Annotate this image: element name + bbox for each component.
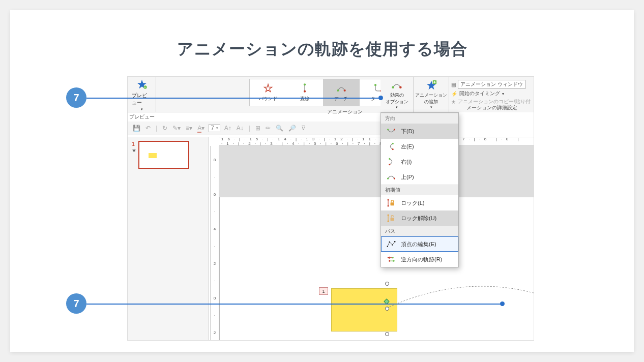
svg-point-30 [388,215,389,216]
preview-label: プレビュー [132,92,152,106]
svg-point-27 [388,199,389,201]
chevron-down-icon: ▾ [430,105,432,109]
dropdown-item-edit-points[interactable]: 頂点の編集(E) [381,236,458,252]
arch-path-icon [336,83,346,94]
undo-icon[interactable]: ↶ [144,124,152,133]
svg-point-23 [389,158,390,160]
reverse-path-icon [386,255,397,264]
font-size-chevron-icon[interactable]: ▾ [216,126,218,130]
quick-access-toolbar: 💾 ↶ | ↻ ✎▾ ≡▾ A▾ 7 ▾ A↑ A↓ | ⊞ ✏ 🔍 🔎 ⊽ [128,122,380,135]
svg-point-8 [343,89,345,92]
thumb-preview [138,141,189,169]
dropdown-label: ロック解除(U) [401,215,436,222]
dropdown-item-left[interactable]: 左(E) [381,139,458,154]
screenshot-container: プレビュー ▾ プレビュー バウンド 直線 [127,76,534,341]
callout-line-top [86,98,380,99]
font-size-value[interactable]: 7 [211,125,214,132]
dropdown-label: 上(P) [401,173,414,181]
effect-options-dropdown: 方向 下(D) 左(E) 右(I) 上(P) 初期値 ロック(L) [380,112,459,267]
zoom-icon[interactable]: 🔎 [287,124,297,133]
redo-icon[interactable]: ↻ [161,124,168,133]
anim-item-arch[interactable]: アーチ [323,79,360,106]
svg-rect-33 [387,246,388,247]
add-animation-label: アニメーション の追加 [415,92,447,105]
dropdown-section-path: パス [381,226,458,236]
svg-point-24 [389,164,390,165]
animation-extras: ▤ アニメーション ウィンドウ ⚡ 開始のタイミング ▾ ★ アニメーションのコ… [449,77,534,112]
svg-rect-34 [389,242,390,243]
anim-item-label: 直線 [300,96,309,102]
anim-item-bounce[interactable]: バウンド [250,79,286,106]
zoom-fit-icon[interactable]: 🔍 [275,124,284,133]
add-animation-button[interactable]: アニメーション の追加 ▾ [414,77,449,112]
vertical-ruler: 8 · 6 · 4 · 2 · 0 · 2 [210,146,219,341]
chevron-down-icon: ▾ [396,105,398,109]
chevron-down-icon: ▾ [502,92,504,96]
callout-line-bottom [86,304,502,305]
dropdown-label: 右(I) [401,158,412,166]
arch-up-icon [386,172,397,182]
trigger-button[interactable]: ⚡ 開始のタイミング ▾ [451,90,533,97]
dropdown-item-right[interactable]: 右(I) [381,154,458,169]
star-preview-icon [136,79,148,91]
page-title: アニメーションの軌跡を使用する場合 [10,10,634,61]
selection-handle[interactable] [385,332,389,336]
animation-tag[interactable]: 1 [319,287,328,295]
arch-down-icon [386,127,397,136]
callout-badge-bottom: 7 [66,293,86,314]
svg-point-38 [392,257,394,258]
dropdown-label: 頂点の編集(E) [401,240,436,248]
ruler-tick: 4 [214,227,216,231]
dropdown-item-lock[interactable]: ロック(L) [381,195,458,210]
svg-point-40 [389,260,390,262]
dropdown-item-unlock[interactable]: ロック解除(U) [381,210,458,226]
dropdown-label: 下(D) [401,128,414,135]
bullets-icon[interactable]: ≡▾ [185,124,193,133]
format-painter-icon[interactable]: ✎▾ [171,124,182,133]
decrease-font-icon[interactable]: A↓ [236,124,245,133]
lock-icon [386,198,397,207]
dropdown-item-reverse[interactable]: 逆方向の軌跡(R) [381,252,458,267]
unlock-icon [386,214,397,223]
svg-marker-39 [393,260,395,262]
svg-point-14 [399,86,402,88]
line-path-icon [300,83,310,94]
callout-dot-top [378,96,383,100]
increase-font-icon[interactable]: A↑ [223,124,232,133]
svg-marker-37 [388,256,390,259]
slide-thumbnail[interactable]: 1 ★ [132,141,204,169]
dropdown-section-direction: 方向 [381,113,458,124]
chevron-down-icon: ▾ [141,107,143,111]
font-color-icon[interactable]: A▾ [196,124,206,133]
preview-button[interactable]: プレビュー ▾ [129,78,155,112]
svg-point-25 [387,178,389,179]
edit-shape-icon[interactable]: ✏ [265,124,272,133]
edit-points-icon [386,239,397,249]
ruler-tick: 2 [214,330,216,335]
svg-rect-35 [392,244,393,245]
animation-pane-button[interactable]: ▤ アニメーション ウィンドウ [451,80,533,89]
horizontal-ruler: 16·|·15·|·14·|·13·|·12·|·11·|·10·|·9·|·8… [219,137,534,146]
svg-marker-3 [264,84,272,92]
preview-group-label: プレビュー [129,112,155,122]
dropdown-item-up[interactable]: 上(P) [381,169,458,185]
overflow-icon[interactable]: ⊽ [300,124,307,133]
bounce-star-icon [263,83,273,94]
svg-point-26 [394,178,395,179]
svg-point-9 [374,84,376,86]
trigger-icon: ⚡ [451,91,457,97]
dropdown-item-down[interactable]: 下(D) [381,124,458,139]
group-icon[interactable]: ⊞ [254,124,261,133]
slide-canvas[interactable]: 1 [219,146,534,341]
anim-item-line[interactable]: 直線 [286,79,323,106]
svg-point-21 [392,143,394,144]
effect-options-button[interactable]: 効果の オプション ▾ [380,77,414,112]
svg-rect-32 [391,218,395,221]
save-icon[interactable]: 💾 [132,124,141,133]
slide-thumbnail-panel: 1 ★ [128,137,209,341]
ruler-tick: 2 [214,261,216,266]
arch-option-icon [390,80,403,92]
svg-rect-36 [394,241,395,242]
motion-path[interactable] [387,285,534,313]
arch-right-icon [386,157,397,166]
